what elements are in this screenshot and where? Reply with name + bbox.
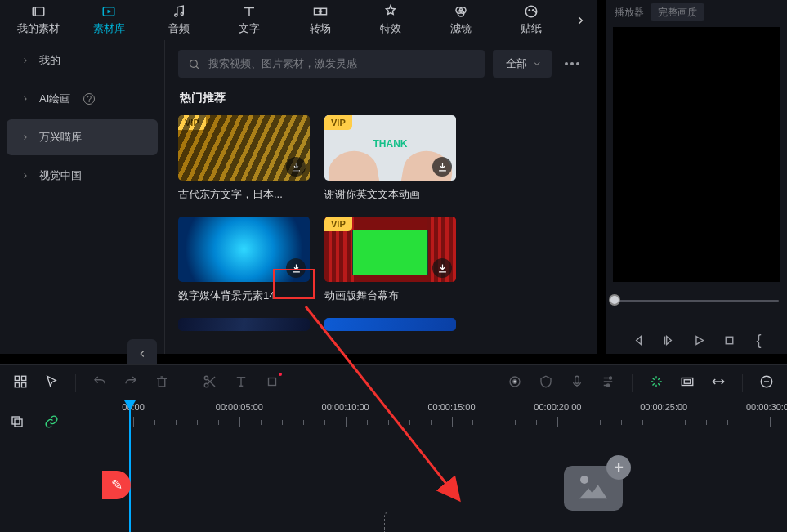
preview-stage[interactable] — [613, 27, 780, 282]
ruler-minor-tick — [706, 420, 707, 425]
tab-audio[interactable]: 音频 — [144, 4, 214, 36]
ruler-minor-tick — [727, 420, 728, 425]
download-button[interactable] — [286, 157, 306, 177]
record-button[interactable] — [508, 374, 522, 391]
tab-my-assets[interactable]: 我的素材 — [3, 4, 74, 36]
timeline-ruler[interactable]: 00:0000:00:05:0000:00:10:0000:00:15:0000… — [129, 400, 787, 445]
svg-rect-30 — [12, 417, 20, 424]
drop-zone[interactable] — [384, 512, 787, 532]
svg-rect-18 — [22, 383, 26, 387]
download-button[interactable] — [432, 258, 452, 278]
download-icon — [436, 262, 449, 275]
search-input[interactable]: 搜索视频、图片素材，激发灵感 — [178, 50, 485, 78]
asset-thumbnail — [324, 318, 456, 331]
card-grid: VIP 古代东方文字，日本... VIP THANK 谢谢你英文文本动画 — [178, 115, 584, 331]
aspect-button[interactable] — [680, 374, 695, 391]
stop-icon[interactable] — [722, 333, 736, 347]
asset-card-partial[interactable] — [324, 318, 456, 331]
ruler-minor-tick — [154, 420, 155, 425]
play-icon[interactable] — [692, 333, 706, 347]
duplicate-button[interactable] — [10, 414, 25, 431]
cut-button[interactable] — [203, 374, 217, 391]
library-sidebar: 我的 AI绘画 ? 万兴喵库 视觉中国 — [0, 40, 165, 354]
ruler-minor-tick — [409, 420, 410, 425]
svg-rect-24 — [575, 376, 579, 383]
asset-thumbnail — [178, 217, 310, 282]
marker-button[interactable] — [539, 374, 553, 391]
ruler-label: 00:00:25:00 — [640, 402, 687, 412]
crop-button[interactable] — [265, 374, 279, 391]
chevron-right-icon — [21, 56, 29, 65]
preview-seekbar[interactable] — [615, 293, 779, 306]
link-toggle-button[interactable] — [44, 414, 59, 431]
tab-sticker[interactable]: 贴纸 — [496, 4, 566, 36]
auto-tool-button[interactable] — [649, 374, 664, 391]
filter-dropdown[interactable]: 全部 — [493, 50, 552, 78]
asset-card[interactable]: 数字媒体背景元素14 — [178, 217, 310, 303]
more-options-button[interactable] — [560, 62, 584, 65]
download-button[interactable] — [286, 258, 306, 278]
tab-text[interactable]: 文字 — [214, 4, 284, 36]
svg-point-12 — [532, 10, 534, 11]
tab-label: 素材库 — [93, 21, 125, 36]
preview-header: 播放器 完整画质 — [606, 0, 787, 25]
seekbar-knob[interactable] — [609, 294, 620, 306]
prev-frame-icon[interactable] — [632, 333, 646, 347]
redo-button[interactable] — [123, 374, 138, 391]
side-label: 我的 — [39, 53, 60, 68]
tab-library[interactable]: 素材库 — [74, 4, 144, 36]
tab-label: 转场 — [310, 21, 331, 36]
asset-card-partial[interactable] — [178, 318, 310, 331]
clip-handle[interactable]: ✎ — [116, 471, 149, 503]
sidebar-item-my[interactable]: 我的 — [7, 42, 158, 78]
cursor-tool-button[interactable] — [44, 374, 59, 391]
ruler-major-tick — [664, 417, 664, 427]
sidebar-item-wx-miao[interactable]: 万兴喵库 — [7, 119, 158, 155]
audio-levels-icon — [601, 374, 615, 389]
ruler-minor-tick — [472, 420, 473, 425]
add-track-button[interactable]: + — [606, 455, 631, 480]
ruler-major-tick — [346, 417, 347, 427]
svg-rect-14 — [727, 337, 734, 344]
tabs-scroll-right[interactable] — [566, 0, 594, 40]
asset-title: 谢谢你英文文本动画 — [324, 187, 456, 202]
delete-button[interactable] — [154, 374, 169, 391]
audio-mix-button[interactable] — [601, 374, 615, 391]
zoom-out-button[interactable] — [759, 374, 774, 391]
download-icon — [436, 161, 449, 173]
asset-card[interactable]: VIP 古代东方文字，日本... — [178, 115, 310, 202]
handle-shape: ✎ — [102, 471, 131, 499]
ruler-minor-tick — [515, 420, 516, 425]
quality-dropdown[interactable]: 完整画质 — [651, 3, 704, 21]
preview-controls: { — [606, 332, 787, 349]
grid-view-button[interactable] — [13, 374, 28, 391]
svg-rect-0 — [33, 7, 44, 16]
ruler-major-tick — [557, 417, 558, 427]
ruler-minor-tick — [303, 420, 304, 425]
chevron-right-icon — [21, 95, 29, 103]
undo-button[interactable] — [92, 374, 107, 391]
tab-effects[interactable]: 特效 — [355, 4, 426, 36]
vip-badge: VIP — [324, 115, 352, 130]
sidebar-item-vcg[interactable]: 视觉中国 — [7, 158, 158, 194]
sidebar-item-ai-paint[interactable]: AI绘画 ? — [7, 81, 158, 117]
ruler-minor-tick — [600, 420, 601, 425]
help-icon[interactable]: ? — [83, 93, 95, 105]
tab-filter[interactable]: 滤镜 — [426, 4, 496, 36]
playhead[interactable] — [129, 400, 131, 532]
asset-card[interactable]: VIP 动画版舞台幕布 — [324, 217, 456, 303]
svg-point-23 — [513, 380, 517, 384]
ruler-major-tick — [133, 417, 134, 427]
download-button[interactable] — [432, 157, 452, 177]
microphone-icon — [570, 374, 584, 389]
link-icon — [44, 414, 59, 429]
tab-transition[interactable]: 转场 — [285, 4, 355, 36]
voiceover-button[interactable] — [570, 374, 584, 391]
text-icon — [242, 4, 257, 19]
ruler-minor-tick — [494, 420, 494, 425]
chevron-left-icon — [136, 348, 148, 360]
stretch-button[interactable] — [711, 374, 726, 391]
text-tool-button[interactable] — [234, 374, 248, 391]
next-frame-icon[interactable] — [662, 333, 676, 347]
asset-card[interactable]: VIP THANK 谢谢你英文文本动画 — [324, 115, 456, 202]
